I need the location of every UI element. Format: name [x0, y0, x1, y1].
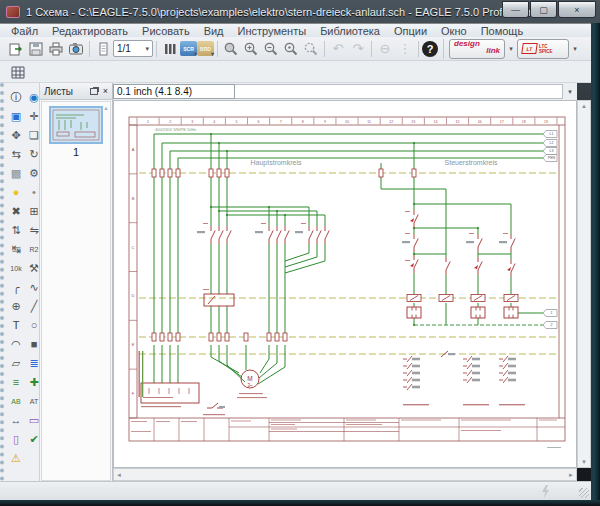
sheets-panel-title: Листы	[44, 86, 90, 97]
grid-icon[interactable]	[8, 62, 28, 82]
window-border	[591, 23, 600, 500]
frame-row-label: A	[132, 147, 135, 152]
command-bar: 0.1 inch (4.1 8.4) ▾	[113, 83, 577, 100]
polygon-tool[interactable]: ▱	[8, 355, 24, 371]
eagle-app-icon	[6, 6, 20, 18]
print-icon[interactable]	[46, 39, 66, 59]
frame-row-label: C	[132, 245, 135, 250]
zoom-in-icon[interactable]	[241, 39, 261, 59]
menu-item[interactable]: Опции	[387, 24, 434, 38]
replace-tool[interactable]: ↹	[8, 241, 24, 257]
secondary-toolbar	[0, 61, 600, 83]
close-icon[interactable]: ×	[103, 87, 108, 96]
supply-tag: L2	[550, 141, 554, 145]
ltspice-label-2: SPICE	[539, 49, 553, 54]
layer-settings-icon[interactable]	[160, 39, 180, 59]
scroll-down-icon[interactable]: ▼	[581, 459, 587, 465]
save-icon[interactable]	[26, 39, 46, 59]
undo-icon[interactable]: ↶	[328, 39, 348, 59]
frame-column-label: 15	[456, 120, 460, 124]
zoom-fit-icon[interactable]	[221, 39, 241, 59]
frame-column-label: 3	[191, 120, 193, 124]
menu-item[interactable]: Файл	[4, 24, 45, 38]
motor-symbol: M	[247, 375, 252, 382]
sheet-frame-tool[interactable]: ▯	[8, 431, 24, 447]
scroll-up-icon[interactable]: ▲	[581, 103, 587, 109]
label-tool[interactable]: AB	[8, 393, 24, 409]
dimension-tool[interactable]: ↔	[8, 412, 24, 428]
invoke-tool[interactable]: ⊕	[8, 298, 24, 314]
minimize-button[interactable]: —	[502, 1, 529, 18]
eagle-window: 1 Схема - C:\EAGLE-7.5.0\projects\exampl…	[0, 0, 600, 506]
command-line-input[interactable]	[235, 84, 563, 99]
display-layers-tool[interactable]: ▣	[8, 108, 24, 124]
group-tool[interactable]: ▩	[8, 165, 24, 181]
scroll-up-icon[interactable]: ▲	[103, 105, 109, 111]
sheet-item[interactable]: 1	[48, 106, 104, 158]
board-view-icon[interactable]: BRD ▾	[197, 41, 214, 56]
ltspice-logo-icon: LT	[521, 43, 538, 54]
menu-item[interactable]: Библиотека	[313, 24, 387, 38]
value-tool[interactable]: 10k	[8, 260, 24, 276]
open-icon[interactable]	[6, 39, 26, 59]
miter-tool[interactable]: ╭	[8, 279, 24, 295]
info-tool[interactable]: ⓘ	[8, 89, 24, 105]
stop-glyph: ⊖	[380, 41, 391, 56]
menu-item[interactable]: Рисовать	[135, 24, 197, 38]
menu-item[interactable]: Инструменты	[231, 24, 314, 38]
menu-item[interactable]: Редактировать	[45, 24, 135, 38]
text-tool[interactable]: T	[8, 317, 24, 333]
zoom-redraw-icon[interactable]	[301, 39, 321, 59]
arc-tool[interactable]: ◠	[8, 336, 24, 352]
horizontal-scrollbar[interactable]: ◄ ►	[113, 468, 577, 481]
menu-item[interactable]: Вид	[197, 24, 231, 38]
mirror-tool[interactable]: ⇆	[8, 146, 24, 162]
menu-item[interactable]: Помощь	[474, 24, 531, 38]
ltspice-button[interactable]: LT LTC SPICE	[517, 39, 569, 59]
frame-column-label: 18	[522, 120, 526, 124]
stop-icon[interactable]: ⊖	[375, 39, 395, 59]
delete-tool[interactable]: ✖	[8, 203, 24, 219]
main-circuit-label: Hauptstromkreis	[251, 159, 302, 167]
cut-tool[interactable]: ●	[8, 184, 24, 200]
ltspice-dropdown[interactable]: ▾	[569, 40, 581, 58]
help-glyph: ?	[427, 43, 434, 55]
menu-bar: ФайлРедактироватьРисоватьВидИнструментыБ…	[0, 23, 600, 37]
frame-column-label: 11	[367, 120, 371, 124]
undock-icon[interactable]	[90, 88, 98, 95]
net-tool[interactable]: ≡	[8, 374, 24, 390]
pinswap-tool[interactable]: ⇅	[8, 222, 24, 238]
frame-column-label: 14	[433, 120, 437, 124]
design-link-label-1: design	[454, 40, 480, 47]
chevron-down-icon[interactable]: ▾	[563, 88, 577, 96]
design-link-button[interactable]: design link	[449, 39, 505, 59]
move-tool[interactable]: ✥	[8, 127, 24, 143]
frame-column-label: 12	[389, 120, 393, 124]
menu-item[interactable]: Окно	[434, 24, 474, 38]
out-tag: 1	[551, 311, 553, 315]
sheets-panel-header[interactable]: Листы ×	[40, 83, 112, 100]
resize-grip[interactable]	[579, 488, 589, 498]
sheet-select-combo[interactable]: 1/1 ▾	[113, 40, 153, 57]
control-circuit-label: Steuerstromkreis	[445, 159, 498, 166]
close-button[interactable]: ×	[558, 1, 596, 18]
export-image-icon[interactable]	[66, 39, 86, 59]
errors-tool[interactable]: ⚠	[8, 450, 24, 466]
sheet-thumbnail[interactable]	[49, 106, 103, 144]
design-link-dropdown[interactable]: ▾	[505, 40, 517, 58]
zoom-out-icon[interactable]	[261, 39, 281, 59]
title-bar[interactable]: 1 Схема - C:\EAGLE-7.5.0\projects\exampl…	[0, 0, 600, 23]
maximize-button[interactable]: ▢	[530, 1, 557, 18]
frame-column-label: 16	[478, 120, 482, 124]
vertical-scrollbar[interactable]: ▲ ▼	[577, 100, 591, 468]
schematic-view-icon[interactable]: SCR ▾	[180, 41, 197, 56]
schematic-canvas[interactable]: 12345678910111213141516171819 ABCDEF	[113, 100, 577, 468]
sheet-icon[interactable]	[93, 39, 113, 59]
help-button[interactable]: ?	[422, 41, 438, 57]
frame-row-label: B	[132, 196, 135, 201]
scroll-right-icon[interactable]: ►	[568, 472, 574, 478]
zoom-select-icon[interactable]	[281, 39, 301, 59]
scroll-left-icon[interactable]: ◄	[116, 472, 122, 478]
run-script-icon[interactable]: ⋮	[395, 39, 415, 59]
redo-icon[interactable]: ↷	[348, 39, 368, 59]
